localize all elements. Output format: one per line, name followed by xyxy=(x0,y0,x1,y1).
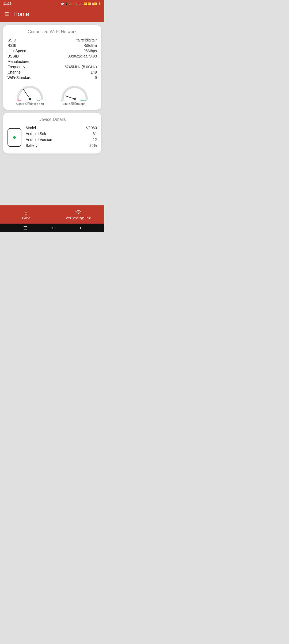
wifi-field-label: BSSID xyxy=(7,54,19,58)
wifi-info-row: WiFi-Standard5 xyxy=(7,75,97,80)
wifi-field-value: -58dBm xyxy=(84,43,97,48)
wifi-field-label: Link Speed xyxy=(7,49,26,53)
link-speed-gauge-label: Link speed(Mbps) xyxy=(63,102,86,105)
wifi-info-row: Manufacturer xyxy=(7,59,97,64)
wifi-field-label: SSID xyxy=(7,38,16,42)
wifi-info-row: SSID"airteldigital" xyxy=(7,38,97,42)
status-bar: 11:13 💬 📱 🔒 • 📍 LTE 📶 📶 R📶 🔋 xyxy=(0,0,104,7)
bottom-nav: ⌂ Home Wifi Coverage Test xyxy=(0,205,104,224)
wifi-field-value: 96Mbps xyxy=(83,49,97,53)
device-info-row: Android Sdk31 xyxy=(26,132,97,136)
wifi-info-row: Channel149 xyxy=(7,70,97,74)
device-field-label: Battery xyxy=(26,143,37,148)
svg-text:1000.0: 1000.0 xyxy=(80,99,87,102)
signal-gauge-label: Signal Strength(dBm) xyxy=(16,102,44,105)
wifi-field-label: Manufacturer xyxy=(7,59,29,64)
nav-wifi-coverage[interactable]: Wifi Coverage Test xyxy=(52,205,104,224)
wifi-field-label: Channel xyxy=(7,70,21,74)
device-info-row: Android Version12 xyxy=(26,137,97,142)
device-field-label: Android Sdk xyxy=(26,132,46,136)
wifi-field-label: WiFi-Standard xyxy=(7,75,31,80)
svg-point-3 xyxy=(29,98,31,100)
device-card-title: Device Details xyxy=(7,117,97,122)
wifi-fields-container: SSID"airteldigital"RSSI-58dBmLink Speed9… xyxy=(7,38,97,80)
link-speed-gauge: 0.0 1000.0 96.0 Link speed(Mbps) xyxy=(60,83,89,105)
device-field-value: V2060 xyxy=(86,126,97,130)
page-title: Home xyxy=(13,11,29,18)
wifi-coverage-icon xyxy=(75,210,81,216)
device-field-value: 31 xyxy=(93,132,97,136)
nav-home-label: Home xyxy=(22,216,30,220)
phone-icon xyxy=(7,128,21,147)
signal-gauge: -90.0 0.0 -58.0 Signal Strength(dBm) xyxy=(15,83,45,105)
wifi-field-label: Frequency xyxy=(7,65,25,69)
svg-text:-90.0: -90.0 xyxy=(17,99,22,102)
wifi-field-value: "airteldigital" xyxy=(76,38,97,42)
device-field-label: Model xyxy=(26,126,36,130)
nav-home[interactable]: ⌂ Home xyxy=(0,205,52,224)
device-field-value: 26% xyxy=(89,143,97,148)
wifi-field-value: 30:86:2d:aa:f8:90 xyxy=(68,54,97,58)
device-row: ModelV2060Android Sdk31Android Version12… xyxy=(7,126,97,149)
app-header: ☰ Home xyxy=(0,7,104,22)
system-nav: ☰ ○ ‹ xyxy=(0,224,104,232)
svg-text:0.0: 0.0 xyxy=(61,99,64,102)
link-speed-gauge-svg: 0.0 1000.0 96.0 xyxy=(60,83,89,102)
svg-point-8 xyxy=(74,98,76,100)
signal-icons: 📍 LTE 📶 📶 R📶 🔋 xyxy=(75,2,101,5)
wifi-field-label: RSSI xyxy=(7,43,16,48)
svg-text:0.0: 0.0 xyxy=(37,99,40,102)
svg-line-2 xyxy=(23,89,30,99)
status-icons: 💬 📱 🔒 • 📍 LTE 📶 📶 R📶 🔋 xyxy=(61,2,101,5)
main-content: Connected Wi-Fi Network SSID"airteldigit… xyxy=(0,22,104,205)
wifi-field-value: 5745MHz (5.0GHz) xyxy=(64,65,97,69)
wifi-info-row: BSSID30:86:2d:aa:f8:90 xyxy=(7,54,97,58)
sys-nav-menu[interactable]: ☰ xyxy=(23,225,27,231)
wifi-card-title: Connected Wi-Fi Network xyxy=(7,29,97,34)
wifi-field-value: 149 xyxy=(91,70,97,74)
notification-icons: 💬 📱 🔒 • xyxy=(61,2,74,5)
device-details-card: Device Details ModelV2060Android Sdk31An… xyxy=(3,113,101,154)
device-info-row: ModelV2060 xyxy=(26,126,97,130)
phone-dot xyxy=(13,136,16,139)
sys-nav-home[interactable]: ○ xyxy=(52,225,55,230)
wifi-info-row: Frequency5745MHz (5.0GHz) xyxy=(7,65,97,69)
device-field-label: Android Version xyxy=(26,137,52,142)
nav-wifi-coverage-label: Wifi Coverage Test xyxy=(66,216,90,220)
wifi-field-value: 5 xyxy=(95,75,97,80)
home-icon: ⌂ xyxy=(24,210,28,216)
svg-line-7 xyxy=(65,96,75,99)
wifi-network-card: Connected Wi-Fi Network SSID"airteldigit… xyxy=(3,25,101,110)
device-field-value: 12 xyxy=(93,137,97,142)
wifi-info-row: Link Speed96Mbps xyxy=(7,49,97,53)
device-info-row: Battery26% xyxy=(26,143,97,148)
signal-gauge-svg: -90.0 0.0 -58.0 xyxy=(15,83,45,102)
status-time: 11:13 xyxy=(3,2,12,6)
wifi-info-row: RSSI-58dBm xyxy=(7,43,97,48)
device-info-fields: ModelV2060Android Sdk31Android Version12… xyxy=(26,126,97,149)
hamburger-icon[interactable]: ☰ xyxy=(4,11,9,17)
gauges-row: -90.0 0.0 -58.0 Signal Strength(dBm) xyxy=(7,83,97,105)
sys-nav-back[interactable]: ‹ xyxy=(80,225,81,230)
